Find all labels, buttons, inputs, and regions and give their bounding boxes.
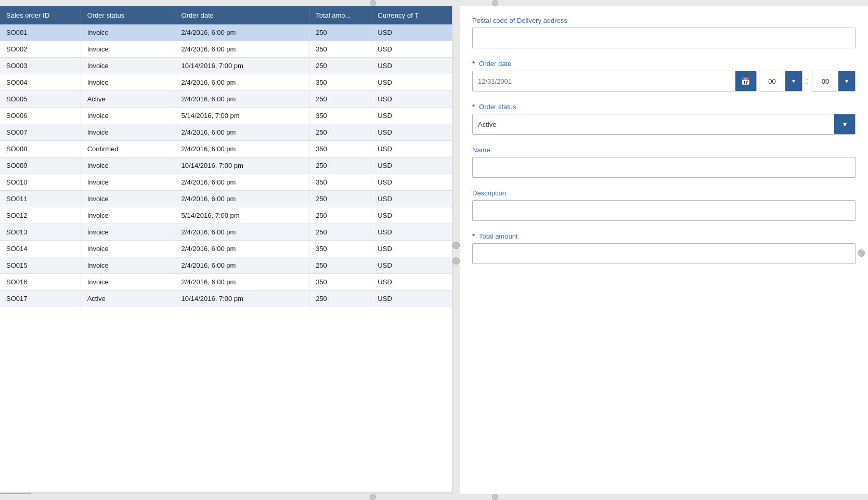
table-row[interactable]: SO015Invoice2/4/2016, 6:00 pm250USD — [0, 257, 452, 274]
cell-total-amount: 250 — [309, 191, 371, 207]
right-resize-handle[interactable] — [858, 249, 865, 257]
cell-order-status: Invoice — [81, 41, 175, 58]
cell-total-amount: 250 — [309, 58, 371, 74]
cell-total-amount: 250 — [309, 157, 371, 174]
table-row[interactable]: SO002Invoice2/4/2016, 6:00 pm350USD — [0, 41, 452, 58]
cell-sales-order-id: SO006 — [0, 108, 81, 124]
sales-orders-table: Sales order ID Order status Order date T… — [0, 6, 452, 307]
table-row[interactable]: SO006Invoice5/14/2016, 7:00 pm350USD — [0, 108, 452, 124]
cell-currency: USD — [371, 91, 452, 108]
cell-sales-order-id: SO014 — [0, 241, 81, 257]
calendar-button[interactable]: 📅 — [735, 71, 756, 91]
table-row[interactable]: SO010Invoice2/4/2016, 6:00 pm350USD — [0, 174, 452, 191]
hours-select-wrapper: 00 ▾ — [759, 71, 802, 91]
postal-code-input[interactable] — [472, 28, 856, 48]
description-field: Description — [472, 189, 856, 221]
cell-total-amount: 350 — [309, 74, 371, 91]
cell-total-amount: 250 — [309, 24, 371, 41]
col-header-sales-order-id: Sales order ID — [0, 6, 81, 24]
top-resize-handle-right[interactable] — [492, 0, 498, 6]
hours-value: 00 — [759, 71, 785, 91]
order-date-label: * Order date — [472, 60, 856, 68]
cell-order-date: 5/14/2016, 7:00 pm — [175, 108, 309, 124]
cell-sales-order-id: SO013 — [0, 224, 81, 241]
cell-order-status: Invoice — [81, 207, 175, 224]
table-row[interactable]: SO016Invoice2/4/2016, 6:00 pm350USD — [0, 274, 452, 291]
cell-order-date: 10/14/2016, 7:00 pm — [175, 58, 309, 74]
cell-currency: USD — [371, 191, 452, 207]
cell-sales-order-id: SO017 — [0, 291, 81, 307]
cell-total-amount: 250 — [309, 224, 371, 241]
table-panel: Sales order ID Order status Order date T… — [0, 6, 452, 500]
cell-sales-order-id: SO012 — [0, 207, 81, 224]
bottom-resize-handle-left[interactable] — [370, 494, 376, 500]
order-date-field: * Order date 📅 00 ▾ : — [472, 60, 856, 91]
cell-order-date: 2/4/2016, 6:00 pm — [175, 241, 309, 257]
minutes-chevron-button[interactable]: ▾ — [838, 71, 855, 91]
name-field: Name — [472, 146, 856, 178]
date-time-row: 📅 00 ▾ : 00 ▾ — [472, 71, 856, 91]
name-input[interactable] — [472, 157, 856, 178]
chevron-down-icon-hours: ▾ — [792, 77, 795, 85]
table-row[interactable]: SO004Invoice2/4/2016, 6:00 pm350USD — [0, 74, 452, 91]
date-input-wrapper: 📅 — [472, 71, 757, 91]
cell-order-status: Invoice — [81, 174, 175, 191]
bottom-resize-handle-right[interactable] — [492, 494, 498, 500]
cell-order-date: 2/4/2016, 6:00 pm — [175, 124, 309, 141]
table-row[interactable]: SO013Invoice2/4/2016, 6:00 pm250USD — [0, 224, 452, 241]
table-row[interactable]: SO011Invoice2/4/2016, 6:00 pm250USD — [0, 191, 452, 207]
cell-total-amount: 250 — [309, 91, 371, 108]
description-label: Description — [472, 189, 856, 197]
table-row[interactable]: SO001Invoice2/4/2016, 6:00 pm250USD — [0, 24, 452, 41]
cell-sales-order-id: SO009 — [0, 157, 81, 174]
cell-order-status: Invoice — [81, 274, 175, 291]
cell-total-amount: 250 — [309, 257, 371, 274]
cell-sales-order-id: SO004 — [0, 74, 81, 91]
cell-order-date: 2/4/2016, 6:00 pm — [175, 141, 309, 157]
cell-sales-order-id: SO003 — [0, 58, 81, 74]
cell-currency: USD — [371, 141, 452, 157]
cell-sales-order-id: SO010 — [0, 174, 81, 191]
cell-order-status: Invoice — [81, 191, 175, 207]
table-row[interactable]: SO007Invoice2/4/2016, 6:00 pm250USD — [0, 124, 452, 141]
total-amount-input[interactable] — [472, 243, 856, 264]
resize-circle-top — [452, 242, 460, 249]
postal-code-label: Postal code of Delivery address — [472, 17, 856, 24]
cell-total-amount: 250 — [309, 124, 371, 141]
vertical-resize-handle[interactable] — [452, 6, 460, 500]
chevron-down-icon-status: ▾ — [843, 120, 847, 128]
table-row[interactable]: SO009Invoice10/14/2016, 7:00 pm250USD — [0, 157, 452, 174]
cell-order-status: Invoice — [81, 58, 175, 74]
cell-currency: USD — [371, 257, 452, 274]
cell-sales-order-id: SO002 — [0, 41, 81, 58]
cell-order-date: 2/4/2016, 6:00 pm — [175, 257, 309, 274]
table-row[interactable]: SO017Active10/14/2016, 7:00 pm250USD — [0, 291, 452, 307]
cell-order-date: 2/4/2016, 6:00 pm — [175, 41, 309, 58]
cell-sales-order-id: SO008 — [0, 141, 81, 157]
col-header-total-amount: Total amo... — [309, 6, 371, 24]
table-row[interactable]: SO003Invoice10/14/2016, 7:00 pm250USD — [0, 58, 452, 74]
cell-order-status: Active — [81, 91, 175, 108]
cell-total-amount: 250 — [309, 207, 371, 224]
cell-sales-order-id: SO005 — [0, 91, 81, 108]
minutes-select-wrapper: 00 ▾ — [812, 71, 856, 91]
cell-order-status: Invoice — [81, 24, 175, 41]
resize-circle-bottom — [452, 257, 460, 265]
order-status-dropdown-button[interactable]: ▾ — [834, 114, 855, 134]
top-resize-handle-left[interactable] — [370, 0, 376, 6]
cell-currency: USD — [371, 224, 452, 241]
table-scroll-container[interactable]: Sales order ID Order status Order date T… — [0, 6, 452, 492]
hours-chevron-button[interactable]: ▾ — [785, 71, 802, 91]
cell-total-amount: 250 — [309, 291, 371, 307]
table-row[interactable]: SO008Confirmed2/4/2016, 6:00 pm350USD — [0, 141, 452, 157]
order-date-input[interactable] — [473, 71, 735, 91]
cell-order-status: Confirmed — [81, 141, 175, 157]
order-status-select-wrapper: Active ▾ — [472, 114, 856, 135]
table-row[interactable]: SO005Active2/4/2016, 6:00 pm250USD — [0, 91, 452, 108]
table-row[interactable]: SO014Invoice2/4/2016, 6:00 pm350USD — [0, 241, 452, 257]
cell-order-status: Invoice — [81, 108, 175, 124]
cell-currency: USD — [371, 124, 452, 141]
form-panel: Postal code of Delivery address * Order … — [460, 6, 868, 500]
description-input[interactable] — [472, 200, 856, 221]
table-row[interactable]: SO012Invoice5/14/2016, 7:00 pm250USD — [0, 207, 452, 224]
